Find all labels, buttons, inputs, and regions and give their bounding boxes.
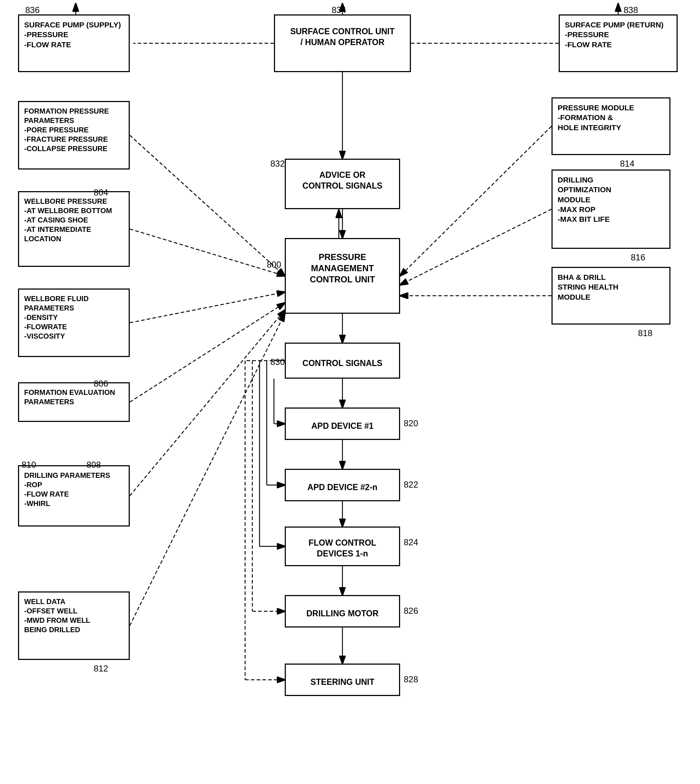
num-804: 804: [94, 187, 108, 197]
num-814: 814: [620, 159, 634, 169]
flow-control-label: FLOW CONTROL DEVICES 1-n: [291, 538, 394, 559]
surface-pump-return-box: SURFACE PUMP (RETURN) -PRESSURE -FLOW RA…: [559, 14, 678, 72]
num-822: 822: [404, 480, 418, 490]
pressure-module-box: PRESSURE MODULE -FORMATION & HOLE INTEGR…: [552, 97, 670, 155]
control-signals-box: CONTROL SIGNALS: [285, 343, 400, 379]
svg-line-20: [400, 126, 552, 276]
drilling-opt-box: DRILLING OPTIMIZATION MODULE -MAX ROP -M…: [552, 169, 670, 249]
drilling-params-label: DRILLING PARAMETERS -ROP -FLOW RATE -WHI…: [24, 471, 110, 507]
num-838: 838: [623, 5, 638, 15]
formation-pressure-label: FORMATION PRESSURE PARAMETERS -PORE PRES…: [24, 107, 109, 152]
wellbore-fluid-box: WELLBORE FLUID PARAMETERS -DENSITY -FLOW…: [18, 289, 130, 357]
apd2-box: APD DEVICE #2-n: [285, 469, 400, 501]
formation-eval-label: FORMATION EVALUATION PARAMETERS: [24, 388, 115, 406]
svg-line-18: [130, 310, 285, 496]
drilling-motor-box: DRILLING MOTOR: [285, 595, 400, 627]
num-816: 816: [631, 252, 645, 262]
steering-unit-label: STEERING UNIT: [291, 677, 394, 688]
num-834: 834: [332, 5, 346, 15]
pmcu-box: PRESSURE MANAGEMENT CONTROL UNIT: [285, 238, 400, 314]
bha-drill-box: BHA & DRILL STRING HEALTH MODULE: [552, 267, 670, 324]
surface-pump-supply-box: SURFACE PUMP (SUPPLY) -PRESSURE -FLOW RA…: [18, 14, 130, 72]
formation-pressure-box: FORMATION PRESSURE PARAMETERS -PORE PRES…: [18, 101, 130, 169]
diagram: SURFACE PUMP (SUPPLY) -PRESSURE -FLOW RA…: [0, 0, 700, 784]
drilling-opt-label: DRILLING OPTIMIZATION MODULE -MAX ROP -M…: [558, 176, 611, 223]
svg-line-19: [130, 314, 285, 626]
apd1-box: APD DEVICE #1: [285, 408, 400, 440]
surface-pump-supply-label: SURFACE PUMP (SUPPLY) -PRESSURE -FLOW RA…: [24, 20, 121, 48]
control-signals-label: CONTROL SIGNALS: [291, 358, 394, 369]
svg-line-15: [130, 229, 285, 276]
num-828: 828: [404, 674, 418, 684]
pmcu-label: PRESSURE MANAGEMENT CONTROL UNIT: [291, 251, 394, 285]
wellbore-pressure-box: WELLBORE PRESSURE -AT WELLBORE BOTTOM -A…: [18, 191, 130, 267]
bha-drill-label: BHA & DRILL STRING HEALTH MODULE: [558, 273, 618, 301]
num-830: 830: [270, 357, 285, 367]
num-832: 832: [270, 159, 285, 169]
pressure-module-label: PRESSURE MODULE -FORMATION & HOLE INTEGR…: [558, 104, 634, 132]
drilling-params-box: DRILLING PARAMETERS -ROP -FLOW RATE -WHI…: [18, 465, 130, 527]
drilling-motor-label: DRILLING MOTOR: [291, 608, 394, 619]
surface-pump-return-label: SURFACE PUMP (RETURN) -PRESSURE -FLOW RA…: [565, 20, 663, 48]
advice-signals-label: ADVICE OR CONTROL SIGNALS: [291, 170, 394, 192]
apd1-label: APD DEVICE #1: [291, 421, 394, 432]
well-data-box: WELL DATA -OFFSET WELL -MWD FROM WELL BE…: [18, 592, 130, 660]
well-data-label: WELL DATA -OFFSET WELL -MWD FROM WELL BE…: [24, 598, 90, 634]
num-820: 820: [404, 418, 418, 428]
svg-line-17: [130, 303, 285, 402]
formation-eval-box: FORMATION EVALUATION PARAMETERS: [18, 382, 130, 422]
advice-signals-box: ADVICE OR CONTROL SIGNALS: [285, 159, 400, 209]
apd2-label: APD DEVICE #2-n: [291, 482, 394, 493]
wellbore-pressure-label: WELLBORE PRESSURE -AT WELLBORE BOTTOM -A…: [24, 197, 112, 243]
num-806: 806: [94, 379, 108, 389]
svg-line-21: [400, 209, 552, 285]
steering-unit-box: STEERING UNIT: [285, 664, 400, 696]
flow-control-box: FLOW CONTROL DEVICES 1-n: [285, 527, 400, 566]
surface-control-label: SURFACE CONTROL UNIT / HUMAN OPERATOR: [280, 26, 405, 48]
svg-line-16: [130, 292, 285, 323]
num-836: 836: [25, 5, 40, 15]
svg-line-14: [130, 135, 285, 276]
num-810: 810: [22, 460, 36, 470]
num-824: 824: [404, 537, 418, 547]
num-818: 818: [638, 328, 652, 338]
num-800: 800: [267, 260, 281, 270]
num-826: 826: [404, 606, 418, 616]
wellbore-fluid-label: WELLBORE FLUID PARAMETERS -DENSITY -FLOW…: [24, 295, 89, 340]
num-812: 812: [94, 664, 108, 674]
num-808: 808: [87, 460, 101, 470]
surface-control-box: SURFACE CONTROL UNIT / HUMAN OPERATOR: [274, 14, 411, 72]
